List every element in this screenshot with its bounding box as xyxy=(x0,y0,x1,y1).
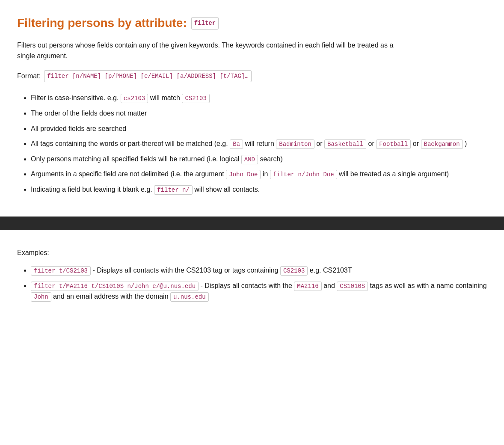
inline-text: Only persons matching all specified fiel… xyxy=(31,155,241,163)
inline-text: or xyxy=(366,140,376,147)
inline-code: MA2116 xyxy=(294,282,321,291)
inline-text: - Displays all contacts with the CS2103 … xyxy=(91,267,280,274)
inline-text: and an email address with the domain xyxy=(51,293,170,300)
format-value: filter [n/NAME] [p/PHONE] [e/EMAIL] [a/A… xyxy=(44,70,251,82)
inline-text: will return xyxy=(243,140,276,147)
inline-code: Badminton xyxy=(276,139,314,149)
format-line: Format: filter [n/NAME] [p/PHONE] [e/EMA… xyxy=(17,70,487,82)
inline-text: will show all contacts. xyxy=(193,186,260,193)
inline-text: in xyxy=(261,170,270,178)
list-item: All tags containing the words or part-th… xyxy=(31,138,487,149)
inline-text: or xyxy=(314,140,324,147)
description: Filters out persons whose fields contain… xyxy=(17,40,402,62)
inline-text: All tags containing the words or part-th… xyxy=(31,140,230,147)
bottom-section: Examples: filter t/CS2103 - Displays all… xyxy=(0,230,504,323)
inline-text: search) xyxy=(258,155,283,163)
inline-code: cs2103 xyxy=(121,94,148,103)
inline-code: John Doe xyxy=(226,170,261,179)
format-label: Format: xyxy=(17,71,41,82)
inline-code: u.nus.edu xyxy=(170,292,209,302)
list-item: Only persons matching all specified fiel… xyxy=(31,154,487,165)
list-item: All provided fields are searched xyxy=(31,123,487,134)
inline-text: - Displays all contacts with the xyxy=(199,282,294,289)
bullets-list: Filter is case-insensitive. e.g. cs2103 … xyxy=(17,92,487,195)
inline-code: John xyxy=(31,292,51,302)
inline-code: CS1010S xyxy=(337,282,368,291)
inline-code: AND xyxy=(241,155,258,164)
inline-code: filter n/ xyxy=(154,185,193,195)
list-item: Indicating a field but leaving it blank … xyxy=(31,184,487,195)
inline-code: Ba xyxy=(230,139,243,149)
inline-code: filter t/MA2116 t/CS1010S n/John e/@u.nu… xyxy=(31,282,199,291)
inline-code: filter t/CS2103 xyxy=(31,266,91,276)
inline-code: Backgammon xyxy=(421,139,463,149)
list-item: Filter is case-insensitive. e.g. cs2103 … xyxy=(31,92,487,104)
inline-text: All provided fields are searched xyxy=(31,125,126,132)
examples-list: filter t/CS2103 - Displays all contacts … xyxy=(17,265,487,302)
inline-text: ) xyxy=(463,140,467,147)
inline-text: Filter is case-insensitive. e.g. xyxy=(31,94,121,101)
examples-title: Examples: xyxy=(17,247,487,258)
inline-text: Arguments in a specific field are not de… xyxy=(31,170,226,178)
inline-code: CS2103 xyxy=(182,94,209,103)
inline-text: or xyxy=(411,140,421,147)
inline-text: Indicating a field but leaving it blank … xyxy=(31,186,154,193)
inline-text: The order of the fields does not matter xyxy=(31,110,147,117)
inline-text: tags as well as with a name containing xyxy=(368,282,486,289)
inline-text: will be treated as a single argument) xyxy=(337,170,449,178)
inline-code: Football xyxy=(376,139,411,149)
list-item: Arguments in a specific field are not de… xyxy=(31,169,487,180)
list-item: The order of the fields does not matter xyxy=(31,108,487,119)
page-title-text: Filtering persons by attribute: xyxy=(17,14,187,33)
inline-code: CS2103 xyxy=(280,266,308,276)
inline-text: and xyxy=(322,282,337,289)
list-item: filter t/MA2116 t/CS1010S n/John e/@u.nu… xyxy=(31,280,487,302)
page-title: Filtering persons by attribute: filter xyxy=(17,14,487,33)
section-divider xyxy=(0,217,504,230)
inline-text: will match xyxy=(148,94,182,101)
top-section: Filtering persons by attribute: filter F… xyxy=(0,0,504,217)
inline-text: e.g. CS2103T xyxy=(308,267,352,274)
list-item: filter t/CS2103 - Displays all contacts … xyxy=(31,265,487,276)
page-title-command: filter xyxy=(191,17,219,29)
inline-code: filter n/John Doe xyxy=(270,170,337,179)
inline-code: Basketball xyxy=(324,139,366,149)
